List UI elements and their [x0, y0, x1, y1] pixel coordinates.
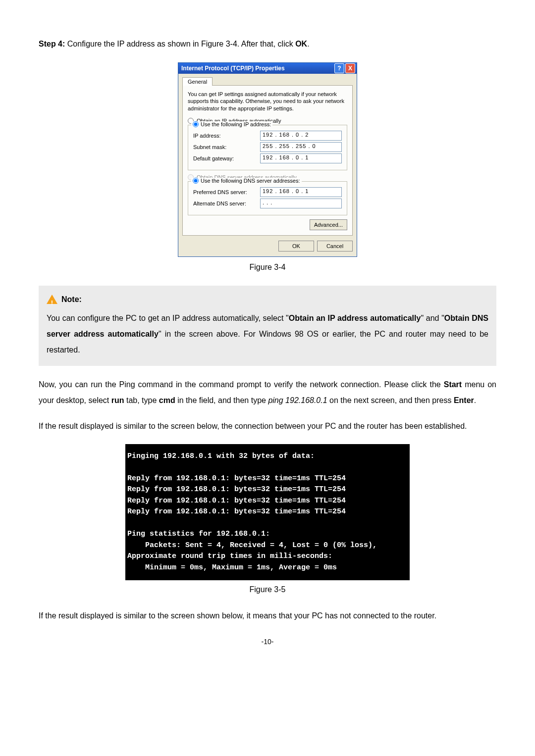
- alternate-dns-label: Alternate DNS server:: [193, 201, 248, 206]
- subnet-mask-input[interactable]: 255 . 255 . 255 . 0: [260, 142, 342, 152]
- step-ok: OK: [295, 40, 307, 48]
- radio-label-use-dns: Use the following DNS server addresses:: [201, 178, 300, 184]
- preferred-dns-input[interactable]: 192 . 168 . 0 . 1: [260, 187, 342, 197]
- command-prompt-output: Pinging 192.168.0.1 with 32 bytes of dat…: [125, 444, 410, 581]
- dialog-intro: You can get IP settings assigned automat…: [188, 91, 347, 112]
- step-line: Step 4: Configure the IP address as show…: [39, 40, 496, 49]
- step-text2: .: [307, 40, 309, 48]
- dialog-title: Internet Protocol (TCP/IP) Properties: [181, 65, 285, 72]
- preferred-dns-label: Preferred DNS server:: [193, 189, 248, 195]
- dialog-titlebar: Internet Protocol (TCP/IP) Properties ? …: [178, 63, 357, 74]
- advanced-button[interactable]: Advanced...: [310, 219, 347, 230]
- radio-input-use-dns[interactable]: [193, 178, 199, 184]
- p1-t6: .: [474, 396, 476, 404]
- close-icon[interactable]: X: [345, 63, 355, 73]
- p1-t1: Now, you can run the Ping command in the…: [39, 380, 444, 389]
- radio-label-use-ip: Use the following IP address:: [201, 121, 271, 127]
- warning-icon: !: [47, 295, 57, 304]
- note-box: ! Note: You can configure the PC to get …: [39, 286, 496, 366]
- p1-b1: Start: [444, 380, 462, 389]
- ip-address-label: IP address:: [193, 133, 248, 139]
- subnet-mask-label: Subnet mask:: [193, 144, 248, 150]
- help-icon[interactable]: ?: [334, 63, 344, 73]
- step-label: Step 4:: [39, 40, 65, 48]
- paragraph-ping-instructions: Now, you can run the Ping command in the…: [39, 377, 496, 408]
- note-b1: Obtain an IP address automatically: [289, 314, 421, 322]
- p1-t3: tab, type: [124, 396, 159, 404]
- ip-address-input[interactable]: 192 . 168 . 0 . 2: [260, 131, 342, 141]
- p1-b4: Enter: [454, 396, 474, 404]
- radio-use-ip[interactable]: Use the following IP address:: [191, 121, 272, 127]
- p1-b3: cmd: [159, 396, 175, 404]
- step-text1: Configure the IP address as shown in Fig…: [65, 40, 295, 48]
- p1-i1: ping 192.168.0.1: [268, 396, 327, 404]
- p1-t4: in the field, and then type: [175, 396, 268, 404]
- paragraph-result-success: If the result displayed is similar to th…: [39, 418, 496, 434]
- alternate-dns-input[interactable]: . . .: [260, 199, 342, 208]
- tab-general[interactable]: General: [182, 77, 213, 86]
- default-gateway-input[interactable]: 192 . 168 . 0 . 1: [260, 153, 342, 163]
- default-gateway-label: Default gateway:: [193, 155, 248, 161]
- p1-b2: run: [111, 396, 124, 404]
- figure-3-4-caption: Figure 3-4: [39, 263, 496, 272]
- note-heading: Note:: [61, 292, 82, 307]
- paragraph-result-fail: If the result displayed is similar to th…: [39, 608, 496, 624]
- note-t1: You can configure the PC to get an IP ad…: [47, 314, 289, 322]
- cancel-button[interactable]: Cancel: [317, 241, 353, 252]
- p1-t5: on the next screen, and then press: [327, 396, 454, 404]
- figure-3-5-caption: Figure 3-5: [39, 585, 496, 594]
- page-number: -10-: [39, 638, 496, 646]
- ok-button[interactable]: OK: [278, 241, 314, 252]
- radio-input-use-ip[interactable]: [193, 121, 199, 127]
- tcpip-properties-dialog: Internet Protocol (TCP/IP) Properties ? …: [178, 62, 357, 257]
- radio-use-dns[interactable]: Use the following DNS server addresses:: [191, 178, 302, 184]
- note-t2: " and ": [421, 314, 444, 322]
